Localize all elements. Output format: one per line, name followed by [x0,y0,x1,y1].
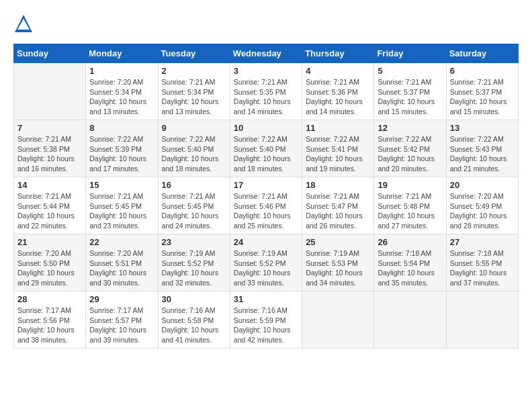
day-info: Sunrise: 7:21 AMSunset: 5:34 PMDaylight:… [162,77,226,117]
day-info: Sunrise: 7:17 AMSunset: 5:56 PMDaylight:… [17,306,82,345]
calendar-header-tuesday: Tuesday [158,44,230,63]
calendar-cell: 6Sunrise: 7:21 AMSunset: 5:37 PMDaylight… [446,63,518,120]
calendar-cell [302,291,374,349]
day-info: Sunrise: 7:20 AMSunset: 5:50 PMDaylight:… [17,248,82,288]
calendar-header-sunday: Sunday [14,44,86,63]
day-info: Sunrise: 7:22 AMSunset: 5:43 PMDaylight:… [450,134,515,174]
day-info: Sunrise: 7:16 AMSunset: 5:59 PMDaylight:… [234,306,298,345]
calendar-cell: 9Sunrise: 7:22 AMSunset: 5:40 PMDaylight… [158,120,230,177]
day-info: Sunrise: 7:21 AMSunset: 5:48 PMDaylight:… [378,191,442,231]
day-number: 20 [450,180,515,190]
day-number: 12 [378,123,442,133]
day-number: 17 [234,180,298,190]
day-number: 4 [306,66,370,76]
calendar-cell: 16Sunrise: 7:21 AMSunset: 5:45 PMDayligh… [158,177,230,234]
calendar-cell: 24Sunrise: 7:19 AMSunset: 5:52 PMDayligh… [230,234,302,291]
calendar-cell: 26Sunrise: 7:18 AMSunset: 5:54 PMDayligh… [374,234,446,291]
day-number: 31 [234,294,298,304]
day-info: Sunrise: 7:21 AMSunset: 5:37 PMDaylight:… [450,77,515,117]
calendar-header-monday: Monday [86,44,158,63]
logo [13,13,36,34]
logo-icon [13,13,34,34]
page-header [13,13,519,34]
calendar-cell: 30Sunrise: 7:16 AMSunset: 5:58 PMDayligh… [158,291,230,349]
day-number: 6 [450,66,515,76]
day-number: 2 [162,66,226,76]
day-info: Sunrise: 7:21 AMSunset: 5:35 PMDaylight:… [234,77,298,117]
day-number: 1 [89,66,154,76]
day-info: Sunrise: 7:21 AMSunset: 5:44 PMDaylight:… [17,191,82,231]
calendar-cell: 22Sunrise: 7:20 AMSunset: 5:51 PMDayligh… [86,234,158,291]
day-info: Sunrise: 7:21 AMSunset: 5:45 PMDaylight:… [89,191,154,231]
calendar-cell: 7Sunrise: 7:21 AMSunset: 5:38 PMDaylight… [14,120,86,177]
calendar-cell: 23Sunrise: 7:19 AMSunset: 5:52 PMDayligh… [158,234,230,291]
calendar-header-row: SundayMondayTuesdayWednesdayThursdayFrid… [14,44,519,63]
day-info: Sunrise: 7:21 AMSunset: 5:38 PMDaylight:… [17,134,82,174]
day-number: 10 [234,123,298,133]
calendar-cell: 5Sunrise: 7:21 AMSunset: 5:37 PMDaylight… [374,63,446,120]
day-number: 14 [17,180,82,190]
day-number: 13 [450,123,515,133]
day-number: 27 [450,237,515,247]
day-info: Sunrise: 7:21 AMSunset: 5:45 PMDaylight:… [162,191,226,231]
day-info: Sunrise: 7:18 AMSunset: 5:54 PMDaylight:… [378,248,442,288]
calendar-cell: 21Sunrise: 7:20 AMSunset: 5:50 PMDayligh… [14,234,86,291]
day-number: 15 [89,180,154,190]
calendar-cell: 3Sunrise: 7:21 AMSunset: 5:35 PMDaylight… [230,63,302,120]
day-info: Sunrise: 7:22 AMSunset: 5:41 PMDaylight:… [306,134,370,174]
day-info: Sunrise: 7:20 AMSunset: 5:34 PMDaylight:… [89,77,154,117]
day-number: 30 [162,294,226,304]
day-number: 16 [162,180,226,190]
calendar-header-wednesday: Wednesday [230,44,302,63]
calendar-week-5: 28Sunrise: 7:17 AMSunset: 5:56 PMDayligh… [14,291,519,349]
calendar-cell: 27Sunrise: 7:18 AMSunset: 5:55 PMDayligh… [446,234,518,291]
calendar-cell [374,291,446,349]
calendar-cell [14,63,86,120]
day-number: 18 [306,180,370,190]
day-number: 11 [306,123,370,133]
calendar-cell: 14Sunrise: 7:21 AMSunset: 5:44 PMDayligh… [14,177,86,234]
day-info: Sunrise: 7:21 AMSunset: 5:47 PMDaylight:… [306,191,370,231]
calendar-cell: 10Sunrise: 7:22 AMSunset: 5:40 PMDayligh… [230,120,302,177]
calendar-week-4: 21Sunrise: 7:20 AMSunset: 5:50 PMDayligh… [14,234,519,291]
calendar-cell [446,291,518,349]
calendar-cell: 17Sunrise: 7:21 AMSunset: 5:46 PMDayligh… [230,177,302,234]
day-number: 3 [234,66,298,76]
calendar-table: SundayMondayTuesdayWednesdayThursdayFrid… [13,44,519,349]
day-number: 5 [378,66,442,76]
calendar-header-friday: Friday [374,44,446,63]
day-info: Sunrise: 7:19 AMSunset: 5:52 PMDaylight:… [234,248,298,288]
calendar-cell: 28Sunrise: 7:17 AMSunset: 5:56 PMDayligh… [14,291,86,349]
day-info: Sunrise: 7:22 AMSunset: 5:39 PMDaylight:… [89,134,154,174]
day-info: Sunrise: 7:22 AMSunset: 5:42 PMDaylight:… [378,134,442,174]
day-info: Sunrise: 7:16 AMSunset: 5:58 PMDaylight:… [162,306,226,345]
day-info: Sunrise: 7:19 AMSunset: 5:53 PMDaylight:… [306,248,370,288]
day-number: 22 [89,237,154,247]
day-info: Sunrise: 7:21 AMSunset: 5:46 PMDaylight:… [234,191,298,231]
day-number: 28 [17,294,82,304]
day-number: 7 [17,123,82,133]
day-info: Sunrise: 7:21 AMSunset: 5:36 PMDaylight:… [306,77,370,117]
calendar-header-thursday: Thursday [302,44,374,63]
calendar-cell: 20Sunrise: 7:20 AMSunset: 5:49 PMDayligh… [446,177,518,234]
day-info: Sunrise: 7:22 AMSunset: 5:40 PMDaylight:… [162,134,226,174]
day-info: Sunrise: 7:22 AMSunset: 5:40 PMDaylight:… [234,134,298,174]
day-number: 29 [89,294,154,304]
calendar-cell: 25Sunrise: 7:19 AMSunset: 5:53 PMDayligh… [302,234,374,291]
calendar-header-saturday: Saturday [446,44,518,63]
day-number: 9 [162,123,226,133]
day-number: 24 [234,237,298,247]
day-number: 26 [378,237,442,247]
day-info: Sunrise: 7:21 AMSunset: 5:37 PMDaylight:… [378,77,442,117]
calendar-cell: 15Sunrise: 7:21 AMSunset: 5:45 PMDayligh… [86,177,158,234]
day-number: 23 [162,237,226,247]
calendar-cell: 1Sunrise: 7:20 AMSunset: 5:34 PMDaylight… [86,63,158,120]
day-info: Sunrise: 7:20 AMSunset: 5:51 PMDaylight:… [89,248,154,288]
day-info: Sunrise: 7:18 AMSunset: 5:55 PMDaylight:… [450,248,515,288]
calendar-cell: 19Sunrise: 7:21 AMSunset: 5:48 PMDayligh… [374,177,446,234]
day-number: 8 [89,123,154,133]
calendar-cell: 12Sunrise: 7:22 AMSunset: 5:42 PMDayligh… [374,120,446,177]
calendar-cell: 13Sunrise: 7:22 AMSunset: 5:43 PMDayligh… [446,120,518,177]
calendar-week-3: 14Sunrise: 7:21 AMSunset: 5:44 PMDayligh… [14,177,519,234]
calendar-cell: 29Sunrise: 7:17 AMSunset: 5:57 PMDayligh… [86,291,158,349]
